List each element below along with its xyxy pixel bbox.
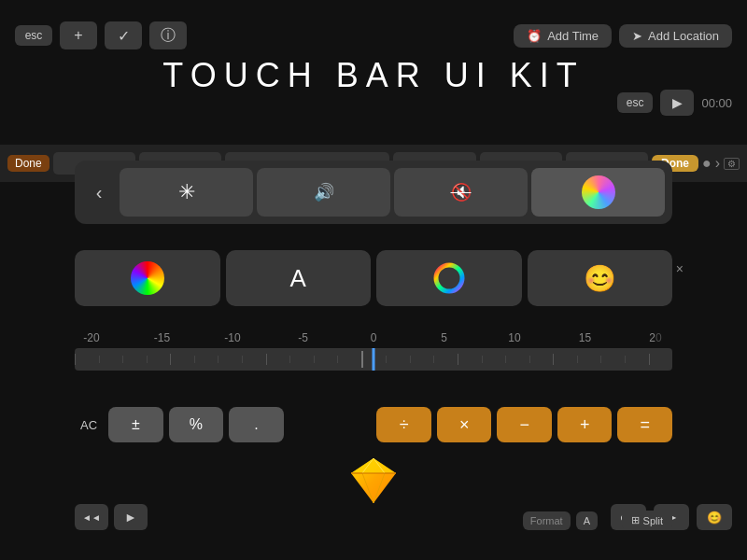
emoji-bottom-button[interactable]: 😊 [697, 504, 732, 530]
tick [194, 356, 218, 363]
tick [314, 356, 338, 363]
calc-minus-button[interactable]: − [497, 407, 552, 442]
add-location-label: Add Location [648, 29, 719, 43]
play-bottom-button[interactable]: ► [114, 504, 148, 530]
tick [505, 356, 529, 363]
tick [649, 354, 673, 365]
tick [458, 354, 482, 365]
tick [410, 356, 434, 363]
controls-row: ‹ ✳ 🔊 🔇 [75, 161, 672, 224]
tick [289, 356, 314, 363]
tick [625, 356, 649, 363]
mute-button[interactable]: 🔇 [394, 168, 528, 217]
sketch-diamond-icon [347, 455, 400, 507]
prev-button[interactable]: ◄◄ [75, 504, 108, 530]
info-button-top[interactable]: ⓘ [149, 21, 187, 49]
add-time-label: Add Time [547, 29, 599, 43]
svg-point-0 [436, 265, 462, 291]
playback-bar: esc ▶ 00:00 [617, 90, 732, 116]
esc-key-top[interactable]: esc [15, 25, 52, 46]
mute-icon: 🔇 [451, 182, 472, 203]
tick [75, 354, 99, 365]
chevron-icon: › [715, 155, 720, 172]
ruler-label-15: 15 [576, 331, 595, 344]
close-button[interactable]: × [676, 261, 684, 276]
tick [122, 356, 147, 363]
tick [433, 356, 458, 363]
sketch-logo [345, 453, 402, 509]
volume-icon: 🔊 [314, 182, 334, 203]
tick [218, 356, 242, 363]
dot-icon: ● [702, 155, 712, 172]
add-button-top[interactable]: + [60, 21, 97, 49]
text-format-button[interactable]: A [226, 250, 372, 306]
play-button[interactable]: ▶ [660, 90, 694, 116]
color-sphere-button[interactable] [75, 250, 220, 306]
ring-button[interactable] [376, 250, 522, 306]
tick [553, 354, 577, 365]
tick [529, 356, 554, 363]
add-location-button[interactable]: ➤ Add Location [619, 24, 732, 48]
color-row: A 😊 [75, 246, 672, 310]
top-touch-bar: esc + ✓ ⓘ ⏰ Add Time ➤ Add Location [0, 15, 747, 56]
ring-icon [432, 261, 466, 295]
a-format-button[interactable]: A [576, 511, 598, 530]
calc-equals-button[interactable]: = [617, 407, 672, 442]
tick [242, 356, 266, 363]
ruler-label-neg15: -15 [153, 331, 172, 344]
ruler-label-5: 5 [435, 331, 454, 344]
siri-sphere [582, 175, 615, 209]
check-button-top[interactable]: ✓ [105, 21, 142, 49]
brightness-icon: ✳ [178, 180, 195, 204]
calc-multiply-button[interactable]: × [437, 407, 492, 442]
tick [577, 356, 601, 363]
text-format-label: A [290, 264, 306, 293]
format-area: Format A [523, 511, 598, 530]
color-sphere [131, 261, 164, 295]
time-display: 00:00 [701, 96, 732, 110]
back-button[interactable]: ‹ [82, 168, 116, 217]
esc-key-playback[interactable]: esc [617, 92, 654, 113]
format-button[interactable]: Format [523, 511, 571, 530]
ruler-label-neg20: -20 [82, 331, 101, 344]
brightness-button[interactable]: ✳ [120, 168, 253, 217]
split-label: Split [643, 515, 663, 526]
alarm-icon: ⏰ [527, 29, 542, 43]
ruler-label-neg10: -10 [223, 331, 242, 344]
add-time-button[interactable]: ⏰ Add Time [514, 24, 612, 48]
volume-button[interactable]: 🔊 [257, 168, 390, 217]
location-icon: ➤ [632, 29, 642, 43]
split-icon: ⊞ [631, 514, 640, 526]
tick [170, 354, 194, 365]
emoji-icon: 😊 [584, 263, 616, 294]
tick [266, 354, 290, 365]
tick [386, 356, 410, 363]
settings-icon: ⚙ [724, 158, 740, 170]
calculator-row: AC ± % . ÷ × − + = [75, 401, 672, 448]
split-button[interactable]: ⊞ Split [622, 511, 672, 530]
bottom-left-bar: ◄◄ ► [75, 504, 148, 530]
ruler-indicator [373, 348, 375, 371]
bottom-split-area: ⊞ Split [622, 511, 672, 530]
calc-decimal-button[interactable]: . [229, 407, 284, 442]
ruler-labels: -20 -15 -10 -5 0 5 10 15 20 [75, 331, 672, 344]
tick [482, 356, 506, 363]
ruler-label-neg5: -5 [294, 331, 313, 344]
ruler-label-10: 10 [505, 331, 524, 344]
svg-marker-2 [351, 458, 396, 473]
siri-button[interactable] [531, 168, 665, 217]
done-left-label: Done [7, 155, 49, 172]
tick [337, 356, 361, 363]
tick [600, 356, 625, 363]
ruler-label-0: 0 [364, 331, 383, 344]
ruler-label-20: 20 [646, 331, 665, 344]
calc-divide-button[interactable]: ÷ [376, 407, 431, 442]
ruler-track[interactable] [75, 348, 672, 371]
emoji-button[interactable]: 😊 [528, 250, 673, 306]
tick [99, 356, 123, 363]
calc-plus-button[interactable]: + [557, 407, 613, 442]
tick [147, 356, 171, 363]
ruler-row: -20 -15 -10 -5 0 5 10 15 20 [75, 331, 672, 387]
calc-percent-button[interactable]: % [169, 407, 224, 442]
calc-plus-minus-button[interactable]: ± [108, 407, 163, 442]
